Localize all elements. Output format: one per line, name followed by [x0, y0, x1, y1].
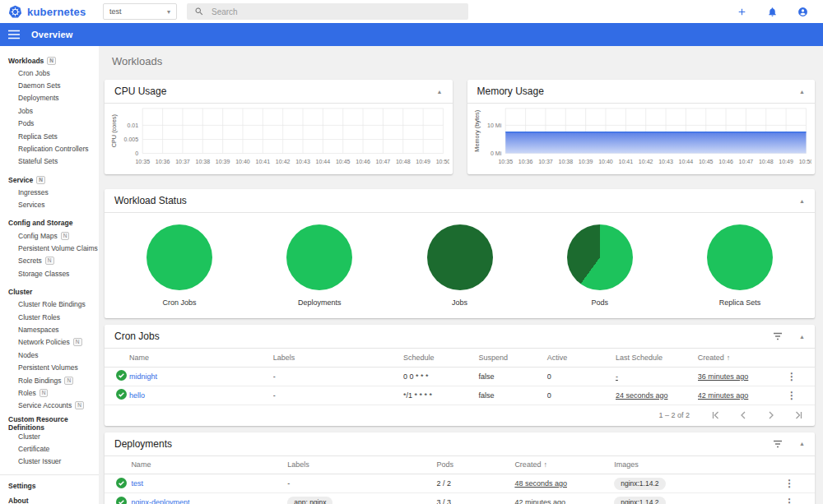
sidebar-section-service[interactable]: ServiceN	[0, 173, 99, 186]
sidebar-item-persistent-volumes[interactable]: Persistent Volumes	[0, 361, 99, 373]
sidebar-item-storage-classes[interactable]: Storage Classes	[0, 267, 99, 280]
resource-name-link[interactable]: hello	[129, 391, 145, 400]
sidebar-item-config-maps[interactable]: Config MapsN	[0, 229, 99, 242]
search-icon	[194, 7, 204, 16]
row-actions-menu-icon[interactable]: ⋮	[784, 497, 794, 504]
sidebar-item-cron-jobs[interactable]: Cron Jobs	[0, 67, 99, 79]
sidebar-item-deployments[interactable]: Deployments	[0, 92, 99, 104]
namespace-selector[interactable]: test ▾	[103, 3, 177, 20]
menu-hamburger-icon[interactable]	[8, 30, 20, 39]
sidebar-item-role-bindings[interactable]: Role BindingsN	[0, 374, 99, 386]
sidebar-item-roles[interactable]: RolesN	[0, 386, 99, 399]
last-page-icon[interactable]	[795, 411, 803, 419]
sidebar-section-config-and-storage[interactable]: Config and Storage	[0, 217, 99, 229]
column-header-created[interactable]: Created↑	[514, 456, 614, 474]
sidebar-item-certificate[interactable]: Certificate	[0, 442, 99, 455]
namespaced-badge: N	[73, 338, 82, 346]
sidebar-item-network-policies[interactable]: Network PoliciesN	[0, 336, 99, 349]
sidebar-item-about[interactable]: About	[0, 493, 99, 504]
sidebar-item-namespaces[interactable]: Namespaces	[0, 323, 99, 335]
notifications-bell-icon[interactable]	[767, 7, 778, 17]
user-account-icon[interactable]	[797, 7, 808, 17]
column-header-images[interactable]: Images	[614, 456, 784, 474]
sidebar-item-cluster-role-bindings[interactable]: Cluster Role Bindings	[0, 298, 99, 310]
sidebar-item-label: Persistent Volume Claims	[18, 244, 98, 252]
sidebar-item-pods[interactable]: Pods	[0, 118, 99, 130]
memory-usage-chart: 10:3510:3610:3710:3810:3910:4010:4110:42…	[471, 104, 812, 174]
sidebar-item-service-accounts[interactable]: Service AccountsN	[0, 400, 99, 412]
resource-name-link[interactable]: test	[131, 479, 143, 488]
sidebar-item-settings[interactable]: Settings	[0, 479, 99, 493]
svg-text:10:41: 10:41	[256, 159, 271, 164]
sidebar-item-jobs[interactable]: Jobs	[0, 104, 99, 117]
svg-text:10:42: 10:42	[638, 159, 653, 164]
svg-text:0.005: 0.005	[124, 136, 139, 142]
svg-text:10:38: 10:38	[195, 159, 210, 164]
sidebar-section-custom-resource-definitions[interactable]: Custom Resource Definitions	[0, 418, 99, 430]
created-cell-value[interactable]: 36 minutes ago	[698, 372, 749, 381]
active-cell: 0	[547, 386, 616, 405]
column-header-active[interactable]: Active	[547, 349, 616, 367]
sidebar-item-cluster-issuer[interactable]: Cluster Issuer	[0, 455, 99, 468]
sidebar-item-nodes[interactable]: Nodes	[0, 349, 99, 361]
collapse-caret-icon[interactable]: ▲	[799, 441, 805, 446]
images-cell: nginx:1.14.2	[614, 474, 784, 493]
collapse-caret-icon[interactable]: ▲	[799, 198, 805, 204]
column-header-last-schedule[interactable]: Last Schedule	[616, 349, 698, 367]
topbar-actions	[737, 7, 823, 17]
collapse-caret-icon[interactable]: ▲	[799, 89, 805, 95]
sidebar-item-replication-controllers[interactable]: Replication Controllers	[0, 142, 99, 155]
column-header-labels[interactable]: Labels	[287, 456, 436, 474]
sidebar-item-ingresses[interactable]: Ingresses	[0, 186, 99, 198]
labels-cell: -	[287, 474, 436, 493]
column-header-name[interactable]: Name	[129, 349, 273, 367]
namespaced-badge: N	[47, 57, 56, 65]
search-input[interactable]	[212, 7, 461, 16]
sidebar-item-label: Cluster	[18, 432, 40, 441]
sidebar-section-label: Custom Resource Definitions	[8, 415, 99, 432]
brand-name: kubernetes	[27, 6, 86, 18]
sort-arrow-up-icon: ↑	[543, 460, 547, 469]
sidebar-section-workloads[interactable]: WorkloadsN	[0, 54, 99, 67]
sidebar-item-label: Settings	[8, 482, 36, 490]
sidebar-item-stateful-sets[interactable]: Stateful Sets	[0, 155, 99, 168]
sidebar-item-secrets[interactable]: SecretsN	[0, 255, 99, 267]
column-header-suspend[interactable]: Suspend	[478, 349, 546, 367]
collapse-caret-icon[interactable]: ▲	[437, 89, 443, 95]
actions-column-header	[787, 349, 815, 367]
sidebar-item-persistent-volume-claims[interactable]: Persistent Volume ClaimsN	[0, 242, 99, 254]
column-header-created[interactable]: Created↑	[698, 349, 787, 367]
sidebar-item-daemon-sets[interactable]: Daemon Sets	[0, 79, 99, 91]
sidebar-item-replica-sets[interactable]: Replica Sets	[0, 130, 99, 142]
sidebar-item-cluster-roles[interactable]: Cluster Roles	[0, 311, 99, 323]
collapse-caret-icon[interactable]: ▲	[799, 334, 805, 340]
kubernetes-brand[interactable]: kubernetes	[0, 5, 103, 19]
created-cell-value[interactable]: 42 minutes ago	[698, 391, 749, 400]
resource-name-link[interactable]: nginx-deployment	[131, 498, 189, 504]
search-bar[interactable]	[187, 3, 468, 20]
sort-arrow-up-icon: ↑	[727, 354, 731, 362]
created-cell-value[interactable]: 48 seconds ago	[514, 479, 567, 488]
create-resource-plus-icon[interactable]	[737, 7, 747, 17]
column-header-schedule[interactable]: Schedule	[403, 349, 479, 367]
pie-deployments: Deployments	[249, 224, 389, 307]
first-page-icon[interactable]	[711, 411, 719, 419]
filter-icon[interactable]	[773, 440, 783, 448]
sidebar-section-cluster[interactable]: Cluster	[0, 285, 99, 298]
row-actions-menu-icon[interactable]: ⋮	[787, 371, 797, 382]
resource-name-link[interactable]: midnight	[129, 372, 157, 381]
next-page-icon[interactable]	[767, 411, 775, 419]
last-schedule-cell-value[interactable]: -	[616, 372, 618, 381]
row-actions-menu-icon[interactable]: ⋮	[787, 390, 797, 401]
sidebar-item-label: Jobs	[18, 107, 33, 115]
row-actions-menu-icon[interactable]: ⋮	[784, 478, 794, 489]
previous-page-icon[interactable]	[739, 411, 747, 419]
column-header-name[interactable]: Name	[131, 456, 287, 474]
sidebar-item-services[interactable]: Services	[0, 199, 99, 211]
created-cell-value[interactable]: 42 minutes ago	[514, 498, 565, 504]
column-header-pods[interactable]: Pods	[436, 456, 514, 474]
svg-text:10:47: 10:47	[376, 159, 391, 164]
column-header-labels[interactable]: Labels	[273, 349, 403, 367]
last-schedule-cell-value[interactable]: 24 seconds ago	[616, 391, 668, 400]
filter-icon[interactable]	[773, 332, 783, 340]
